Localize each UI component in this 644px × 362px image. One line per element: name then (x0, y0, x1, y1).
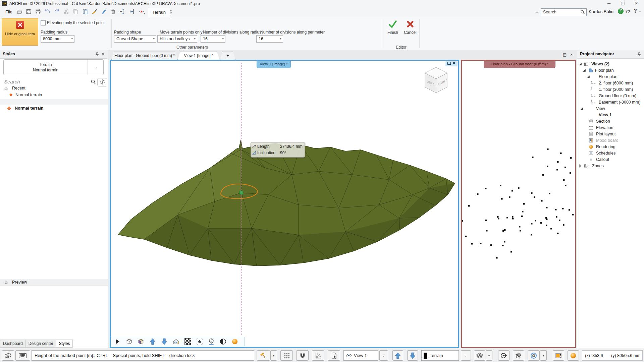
cancel-button[interactable]: Cancel (402, 19, 418, 35)
bottom-tab-dashboard[interactable]: Dashboard (0, 340, 26, 348)
tree-item-callout[interactable]: Callout (577, 157, 644, 163)
padding-shape-select[interactable]: Curved Shape▾ (114, 35, 156, 43)
view-selector-dropdown-icon[interactable]: ⌄ (379, 350, 388, 361)
delete-icon[interactable] (110, 8, 116, 15)
elevate-only-label[interactable]: Elevating only the selected point (47, 20, 105, 25)
settings-button[interactable] (2, 350, 14, 361)
tree-item-plot-layout[interactable]: Plot layout (577, 131, 644, 137)
padding-radius-select[interactable]: 8000 mm▾ (41, 35, 74, 43)
tree-item-views-2-[interactable]: Views (2) (577, 61, 644, 67)
recent-section-header[interactable]: Recent (0, 85, 108, 92)
tree-item-zones[interactable]: 2Zones (577, 163, 644, 169)
quick-toolbar-more-icon[interactable]: ▾ (144, 11, 145, 15)
tree-item-floor-plan-[interactable]: Floor plan - (577, 74, 644, 80)
terrain-mesh[interactable] (111, 61, 458, 347)
starframe-icon[interactable] (196, 338, 203, 345)
collapsed-arrow-icon[interactable] (579, 164, 582, 168)
geolocation-button[interactable] (513, 350, 524, 361)
magnet-snap-button[interactable] (296, 350, 309, 361)
help-dropdown-icon[interactable]: ▾ (639, 10, 641, 13)
hammer-dropdown-icon[interactable]: ▾ (270, 350, 277, 361)
search-icon[interactable] (580, 10, 585, 14)
search-input[interactable]: Search (541, 8, 587, 16)
layers-dropdown-icon[interactable]: ▾ (486, 350, 492, 361)
pin-icon[interactable] (95, 52, 100, 57)
tree-item-rendering[interactable]: Rendering (577, 144, 644, 150)
tree-item-section[interactable]: Section (577, 118, 644, 125)
view3d-title-tab[interactable]: View 1 [Image] * (257, 61, 291, 68)
bottom-tab-styles[interactable]: Styles (56, 340, 73, 348)
checker-icon[interactable] (184, 338, 192, 345)
tree-item-ground-floor-0-mm-[interactable]: Ground floor (0 mm) (577, 93, 644, 99)
tab-floor-plan[interactable]: Floor plan - Ground floor (0 mm) * (111, 52, 178, 60)
recent-style-item[interactable]: ◆ Normal terrain (0, 92, 108, 98)
close-button[interactable]: ✕ (630, 0, 643, 7)
hammer-tools-button[interactable]: 30 (257, 350, 270, 361)
expanded-arrow-icon[interactable] (583, 69, 586, 72)
move-up-button[interactable] (392, 350, 403, 361)
posq-icon[interactable]: ? (208, 338, 215, 345)
view2d-canvas[interactable] (462, 61, 575, 347)
open-icon[interactable] (16, 8, 22, 15)
tree-item-elevation[interactable]: Elevation (577, 125, 644, 131)
export-origin-button[interactable] (498, 350, 509, 361)
close-view-icon[interactable]: ✕ (452, 61, 455, 65)
angle-snap-button[interactable] (312, 350, 324, 361)
undo-icon[interactable] (44, 8, 51, 15)
maximize-view-icon[interactable] (447, 62, 451, 65)
tab-view1-image[interactable]: View 1 [Image] * (178, 52, 219, 60)
expanded-arrow-icon[interactable] (579, 62, 582, 66)
view2d-title-tab[interactable]: Floor plan - Ground floor (0 mm) * (484, 61, 555, 68)
tree-item-1-floor-3000-mm-[interactable]: 1. floor (3000 mm) (577, 86, 644, 93)
save-icon[interactable] (25, 8, 32, 15)
redo-icon[interactable] (54, 8, 60, 15)
grid-snap-button[interactable] (280, 350, 293, 361)
view3d-canvas[interactable]: Length 27436.4 mm Inclination 90° (111, 61, 458, 347)
ribbon-collapse-icon[interactable] (535, 10, 539, 14)
finish-button[interactable]: Finish (385, 19, 400, 35)
maximize-button[interactable]: ▢ (616, 0, 630, 7)
preview-section-header[interactable]: Preview (0, 279, 108, 286)
print-icon[interactable] (35, 8, 41, 15)
cubeshade-icon[interactable] (137, 338, 145, 345)
paste-icon[interactable] (82, 8, 88, 15)
view-selector[interactable]: View 1 (343, 350, 378, 361)
hide-original-item-button[interactable]: Hide original item (2, 18, 38, 46)
select-on-page-button[interactable] (328, 350, 340, 361)
file-menu[interactable]: File (3, 9, 15, 15)
style-selector[interactable]: Terrain Normal terrain ⌄ (3, 59, 104, 75)
add-tab-button[interactable]: + (220, 52, 235, 60)
move-down-button[interactable] (407, 350, 418, 361)
pin-icon[interactable] (637, 52, 642, 57)
div-radius-select[interactable]: 16▾ (201, 35, 225, 43)
help-button[interactable]: ? (634, 8, 637, 14)
keyboard-input-button[interactable] (15, 350, 30, 361)
tree-item-schedules[interactable]: Schedules (577, 150, 644, 157)
tree-item-view-1[interactable]: View 1 (577, 112, 644, 118)
house-icon[interactable] (172, 338, 180, 345)
layer-selector-dropdown-icon[interactable]: ⌄ (461, 350, 471, 361)
origin-target-button[interactable] (528, 350, 540, 361)
styles-search-icon[interactable] (91, 79, 96, 84)
tree-item-view[interactable]: View (577, 106, 644, 112)
selected-style-item[interactable]: ❖ Normal terrain (0, 105, 108, 113)
navigation-cube[interactable]: LEFT FRONT (421, 65, 451, 97)
render-sphere-button[interactable] (568, 350, 579, 361)
cubewire-icon[interactable] (125, 338, 133, 345)
tree-item-basement-3000-mm-[interactable]: Basement (-3000 mm) (577, 99, 644, 106)
collapse-chevrons-icon[interactable] (4, 281, 8, 285)
user-name[interactable]: Kardos Bálint (589, 9, 614, 14)
style-selector-chevron-icon[interactable]: ⌄ (88, 60, 103, 75)
expanded-arrow-icon[interactable] (587, 75, 590, 78)
origin-dropdown-icon[interactable]: ▾ (540, 350, 547, 361)
close-panel-icon[interactable]: × (102, 51, 106, 56)
pen-icon[interactable] (101, 8, 107, 15)
offset-icon[interactable] (129, 8, 135, 15)
sphere-icon[interactable] (231, 338, 238, 345)
move-points-select[interactable]: Hills and valleys▾ (157, 35, 197, 43)
tab-terrain[interactable]: Terrain (148, 8, 170, 17)
arrowup-icon[interactable] (149, 338, 156, 345)
collapse-chevrons-icon[interactable] (4, 86, 8, 90)
arrowdown-icon[interactable] (161, 338, 168, 345)
bottom-tab-design-center[interactable]: Design center (26, 340, 56, 348)
